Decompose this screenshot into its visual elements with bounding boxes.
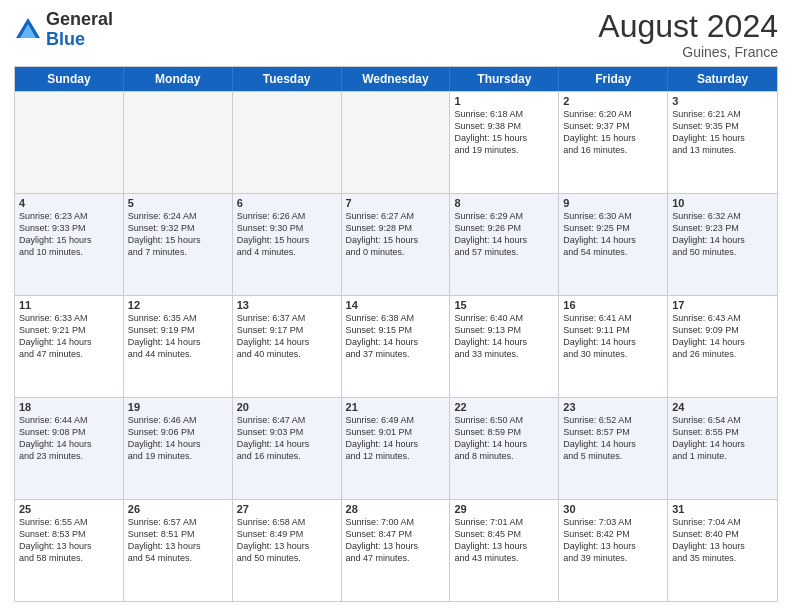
calendar-header-cell: Sunday bbox=[15, 67, 124, 91]
day-number: 31 bbox=[672, 503, 773, 515]
day-number: 8 bbox=[454, 197, 554, 209]
day-number: 25 bbox=[19, 503, 119, 515]
day-number: 13 bbox=[237, 299, 337, 311]
day-number: 19 bbox=[128, 401, 228, 413]
calendar-cell: 21Sunrise: 6:49 AM Sunset: 9:01 PM Dayli… bbox=[342, 398, 451, 499]
calendar-cell-empty bbox=[342, 92, 451, 193]
day-info: Sunrise: 6:27 AM Sunset: 9:28 PM Dayligh… bbox=[346, 210, 446, 259]
day-number: 2 bbox=[563, 95, 663, 107]
calendar-cell: 7Sunrise: 6:27 AM Sunset: 9:28 PM Daylig… bbox=[342, 194, 451, 295]
day-info: Sunrise: 6:33 AM Sunset: 9:21 PM Dayligh… bbox=[19, 312, 119, 361]
day-number: 9 bbox=[563, 197, 663, 209]
day-number: 23 bbox=[563, 401, 663, 413]
calendar-row: 1Sunrise: 6:18 AM Sunset: 9:38 PM Daylig… bbox=[15, 91, 777, 193]
day-info: Sunrise: 6:38 AM Sunset: 9:15 PM Dayligh… bbox=[346, 312, 446, 361]
logo-blue-text: Blue bbox=[46, 29, 85, 49]
calendar-cell: 19Sunrise: 6:46 AM Sunset: 9:06 PM Dayli… bbox=[124, 398, 233, 499]
calendar-cell-empty bbox=[233, 92, 342, 193]
calendar-cell: 29Sunrise: 7:01 AM Sunset: 8:45 PM Dayli… bbox=[450, 500, 559, 601]
logo: General Blue bbox=[14, 10, 113, 50]
day-info: Sunrise: 6:44 AM Sunset: 9:08 PM Dayligh… bbox=[19, 414, 119, 463]
day-number: 20 bbox=[237, 401, 337, 413]
day-info: Sunrise: 6:29 AM Sunset: 9:26 PM Dayligh… bbox=[454, 210, 554, 259]
day-info: Sunrise: 6:32 AM Sunset: 9:23 PM Dayligh… bbox=[672, 210, 773, 259]
day-number: 21 bbox=[346, 401, 446, 413]
calendar-cell: 2Sunrise: 6:20 AM Sunset: 9:37 PM Daylig… bbox=[559, 92, 668, 193]
calendar-header: SundayMondayTuesdayWednesdayThursdayFrid… bbox=[15, 67, 777, 91]
day-info: Sunrise: 6:26 AM Sunset: 9:30 PM Dayligh… bbox=[237, 210, 337, 259]
day-number: 15 bbox=[454, 299, 554, 311]
day-info: Sunrise: 6:52 AM Sunset: 8:57 PM Dayligh… bbox=[563, 414, 663, 463]
month-title: August 2024 bbox=[598, 10, 778, 42]
header: General Blue August 2024 Guines, France bbox=[14, 10, 778, 60]
calendar-cell: 25Sunrise: 6:55 AM Sunset: 8:53 PM Dayli… bbox=[15, 500, 124, 601]
day-info: Sunrise: 6:30 AM Sunset: 9:25 PM Dayligh… bbox=[563, 210, 663, 259]
day-number: 17 bbox=[672, 299, 773, 311]
day-info: Sunrise: 6:41 AM Sunset: 9:11 PM Dayligh… bbox=[563, 312, 663, 361]
day-info: Sunrise: 7:03 AM Sunset: 8:42 PM Dayligh… bbox=[563, 516, 663, 565]
day-info: Sunrise: 7:04 AM Sunset: 8:40 PM Dayligh… bbox=[672, 516, 773, 565]
day-info: Sunrise: 6:37 AM Sunset: 9:17 PM Dayligh… bbox=[237, 312, 337, 361]
day-info: Sunrise: 6:46 AM Sunset: 9:06 PM Dayligh… bbox=[128, 414, 228, 463]
day-info: Sunrise: 6:35 AM Sunset: 9:19 PM Dayligh… bbox=[128, 312, 228, 361]
location: Guines, France bbox=[598, 44, 778, 60]
day-number: 14 bbox=[346, 299, 446, 311]
logo-icon bbox=[14, 16, 42, 44]
day-info: Sunrise: 6:40 AM Sunset: 9:13 PM Dayligh… bbox=[454, 312, 554, 361]
day-number: 16 bbox=[563, 299, 663, 311]
calendar-cell: 16Sunrise: 6:41 AM Sunset: 9:11 PM Dayli… bbox=[559, 296, 668, 397]
calendar-cell: 12Sunrise: 6:35 AM Sunset: 9:19 PM Dayli… bbox=[124, 296, 233, 397]
calendar-row: 25Sunrise: 6:55 AM Sunset: 8:53 PM Dayli… bbox=[15, 499, 777, 601]
day-number: 26 bbox=[128, 503, 228, 515]
logo-general-text: General bbox=[46, 9, 113, 29]
page: General Blue August 2024 Guines, France … bbox=[0, 0, 792, 612]
calendar-cell-empty bbox=[15, 92, 124, 193]
day-info: Sunrise: 6:50 AM Sunset: 8:59 PM Dayligh… bbox=[454, 414, 554, 463]
calendar-header-cell: Thursday bbox=[450, 67, 559, 91]
calendar-cell: 28Sunrise: 7:00 AM Sunset: 8:47 PM Dayli… bbox=[342, 500, 451, 601]
day-info: Sunrise: 6:20 AM Sunset: 9:37 PM Dayligh… bbox=[563, 108, 663, 157]
calendar-row: 11Sunrise: 6:33 AM Sunset: 9:21 PM Dayli… bbox=[15, 295, 777, 397]
calendar-header-cell: Monday bbox=[124, 67, 233, 91]
day-number: 4 bbox=[19, 197, 119, 209]
day-info: Sunrise: 6:54 AM Sunset: 8:55 PM Dayligh… bbox=[672, 414, 773, 463]
calendar-cell: 5Sunrise: 6:24 AM Sunset: 9:32 PM Daylig… bbox=[124, 194, 233, 295]
day-info: Sunrise: 6:24 AM Sunset: 9:32 PM Dayligh… bbox=[128, 210, 228, 259]
day-info: Sunrise: 6:58 AM Sunset: 8:49 PM Dayligh… bbox=[237, 516, 337, 565]
title-section: August 2024 Guines, France bbox=[598, 10, 778, 60]
day-info: Sunrise: 6:43 AM Sunset: 9:09 PM Dayligh… bbox=[672, 312, 773, 361]
calendar-body: 1Sunrise: 6:18 AM Sunset: 9:38 PM Daylig… bbox=[15, 91, 777, 601]
calendar-cell: 17Sunrise: 6:43 AM Sunset: 9:09 PM Dayli… bbox=[668, 296, 777, 397]
calendar-cell: 9Sunrise: 6:30 AM Sunset: 9:25 PM Daylig… bbox=[559, 194, 668, 295]
calendar-cell: 1Sunrise: 6:18 AM Sunset: 9:38 PM Daylig… bbox=[450, 92, 559, 193]
calendar: SundayMondayTuesdayWednesdayThursdayFrid… bbox=[14, 66, 778, 602]
day-number: 3 bbox=[672, 95, 773, 107]
day-number: 30 bbox=[563, 503, 663, 515]
day-number: 7 bbox=[346, 197, 446, 209]
day-number: 28 bbox=[346, 503, 446, 515]
day-info: Sunrise: 7:00 AM Sunset: 8:47 PM Dayligh… bbox=[346, 516, 446, 565]
calendar-row: 4Sunrise: 6:23 AM Sunset: 9:33 PM Daylig… bbox=[15, 193, 777, 295]
day-info: Sunrise: 6:57 AM Sunset: 8:51 PM Dayligh… bbox=[128, 516, 228, 565]
day-number: 29 bbox=[454, 503, 554, 515]
calendar-cell: 31Sunrise: 7:04 AM Sunset: 8:40 PM Dayli… bbox=[668, 500, 777, 601]
calendar-cell: 3Sunrise: 6:21 AM Sunset: 9:35 PM Daylig… bbox=[668, 92, 777, 193]
calendar-cell-empty bbox=[124, 92, 233, 193]
day-number: 1 bbox=[454, 95, 554, 107]
day-number: 22 bbox=[454, 401, 554, 413]
day-number: 10 bbox=[672, 197, 773, 209]
calendar-header-cell: Tuesday bbox=[233, 67, 342, 91]
calendar-cell: 23Sunrise: 6:52 AM Sunset: 8:57 PM Dayli… bbox=[559, 398, 668, 499]
calendar-cell: 15Sunrise: 6:40 AM Sunset: 9:13 PM Dayli… bbox=[450, 296, 559, 397]
calendar-header-cell: Friday bbox=[559, 67, 668, 91]
day-number: 6 bbox=[237, 197, 337, 209]
calendar-cell: 11Sunrise: 6:33 AM Sunset: 9:21 PM Dayli… bbox=[15, 296, 124, 397]
calendar-cell: 6Sunrise: 6:26 AM Sunset: 9:30 PM Daylig… bbox=[233, 194, 342, 295]
calendar-cell: 30Sunrise: 7:03 AM Sunset: 8:42 PM Dayli… bbox=[559, 500, 668, 601]
day-number: 5 bbox=[128, 197, 228, 209]
day-info: Sunrise: 6:55 AM Sunset: 8:53 PM Dayligh… bbox=[19, 516, 119, 565]
calendar-header-cell: Wednesday bbox=[342, 67, 451, 91]
calendar-cell: 14Sunrise: 6:38 AM Sunset: 9:15 PM Dayli… bbox=[342, 296, 451, 397]
day-info: Sunrise: 6:18 AM Sunset: 9:38 PM Dayligh… bbox=[454, 108, 554, 157]
day-number: 27 bbox=[237, 503, 337, 515]
